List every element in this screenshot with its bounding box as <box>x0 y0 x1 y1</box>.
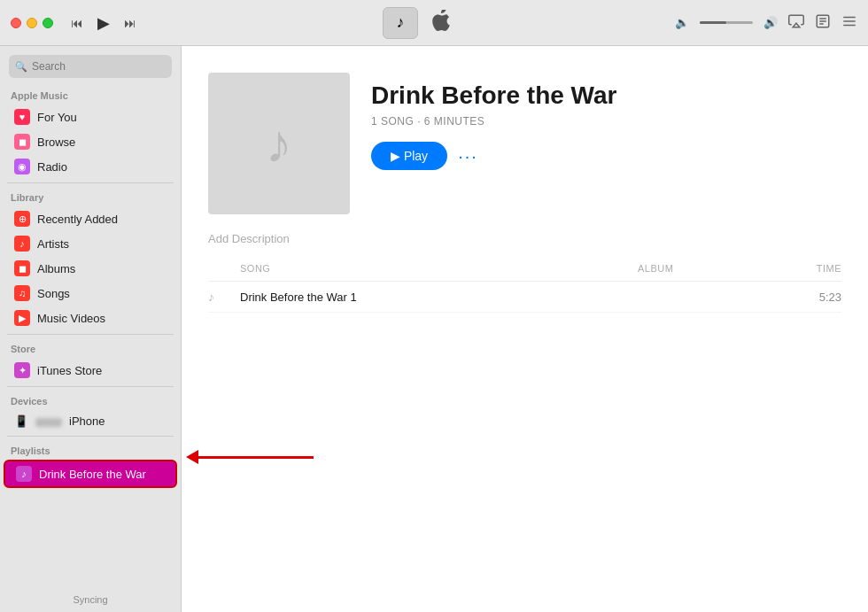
device-blur <box>35 414 62 428</box>
browse-icon: ◼ <box>14 134 30 150</box>
add-description[interactable]: Add Description <box>182 232 868 260</box>
song-name: Drink Before the War 1 <box>240 291 638 304</box>
playlist-meta: 1 SONG · 6 MINUTES <box>371 115 616 128</box>
sync-status: Syncing <box>0 587 181 612</box>
song-time: 5:23 <box>771 291 841 304</box>
traffic-lights <box>11 18 53 28</box>
sidebar-item-artists[interactable]: ♪ Artists <box>4 231 177 256</box>
section-devices: Devices <box>0 391 181 410</box>
sidebar-item-for-you[interactable]: ♥ For You <box>4 105 177 129</box>
album-art-note-icon: ♪ <box>266 113 292 174</box>
search-wrapper <box>9 55 172 78</box>
volume-low-icon: 🔈 <box>675 16 689 29</box>
sidebar-item-recently-added[interactable]: ⊕ Recently Added <box>4 206 177 231</box>
section-apple-music: Apple Music <box>0 85 181 105</box>
divider-3 <box>7 386 174 387</box>
volume-slider[interactable] <box>700 21 753 24</box>
song-table-header: SONG ALBUM TIME <box>208 260 841 282</box>
queue-button[interactable] <box>841 13 857 32</box>
sidebar-item-iphone[interactable]: 📱 iPhone <box>4 410 177 432</box>
section-library: Library <box>0 187 181 206</box>
svg-marker-0 <box>793 23 800 27</box>
col-song: SONG <box>240 263 638 274</box>
song-table: SONG ALBUM TIME ♪ Drink Before the War 1… <box>182 260 868 313</box>
songs-label: Songs <box>37 287 70 300</box>
divider-2 <box>7 334 174 335</box>
sidebar-item-browse[interactable]: ◼ Browse <box>4 129 177 154</box>
col-num <box>208 263 240 274</box>
section-playlists: Playlists <box>0 440 181 460</box>
recently-added-icon: ⊕ <box>14 211 30 227</box>
for-you-icon: ♥ <box>14 109 30 125</box>
more-options-button[interactable]: ··· <box>458 146 478 167</box>
close-button[interactable] <box>11 18 21 28</box>
maximize-button[interactable] <box>43 18 53 28</box>
artists-icon: ♪ <box>14 236 30 252</box>
search-bar <box>0 46 181 85</box>
radio-label: Radio <box>37 160 67 174</box>
rewind-button[interactable]: ⏮ <box>67 12 87 34</box>
playlist-drink-label: Drink Before the War <box>39 468 146 481</box>
for-you-label: For You <box>37 111 77 124</box>
minimize-button[interactable] <box>27 18 37 28</box>
divider-1 <box>7 182 174 183</box>
playlist-actions: ▶ Play ··· <box>371 142 616 170</box>
iphone-label: iPhone <box>69 414 105 428</box>
volume-fill <box>700 21 726 24</box>
itunes-store-icon: ✦ <box>14 362 30 378</box>
col-album: ALBUM <box>638 263 771 274</box>
fast-forward-button[interactable]: ⏭ <box>120 12 140 34</box>
sidebar-item-albums[interactable]: ◼ Albums <box>4 256 177 281</box>
browse-label: Browse <box>37 136 75 149</box>
radio-icon: ◉ <box>14 159 30 174</box>
playlist-icon: ♪ <box>16 466 32 482</box>
albums-label: Albums <box>37 262 75 275</box>
iphone-icon: 📱 <box>14 414 28 428</box>
music-videos-icon: ▶ <box>14 310 30 326</box>
sidebar-item-music-videos[interactable]: ▶ Music Videos <box>4 306 177 330</box>
play-playlist-button[interactable]: ▶ Play <box>371 142 447 170</box>
transport-controls: ⏮ ▶ ⏭ <box>67 10 140 36</box>
sidebar-item-radio[interactable]: ◉ Radio <box>4 154 177 179</box>
play-button[interactable]: ▶ <box>94 10 113 36</box>
title-bar: ⏮ ▶ ⏭ ♪ 🔈 🔊 <box>0 0 868 46</box>
airplay-button[interactable] <box>788 13 804 32</box>
sidebar-item-itunes-store[interactable]: ✦ iTunes Store <box>4 358 177 383</box>
playlist-title: Drink Before the War <box>371 81 616 110</box>
apple-logo-button[interactable] <box>432 10 450 35</box>
itunes-store-label: iTunes Store <box>37 364 102 377</box>
music-note-icon: ♪ <box>397 13 405 32</box>
col-time: TIME <box>771 263 841 274</box>
search-input[interactable] <box>9 55 172 78</box>
music-tab-button[interactable]: ♪ <box>383 7 418 39</box>
content-area: ♪ Drink Before the War 1 SONG · 6 MINUTE… <box>182 46 868 612</box>
right-controls: 🔈 🔊 <box>675 13 857 32</box>
sidebar-item-playlist-drink[interactable]: ♪ Drink Before the War <box>4 460 177 488</box>
song-num-icon: ♪ <box>208 289 240 305</box>
songs-icon: ♫ <box>14 285 30 301</box>
artists-label: Artists <box>37 237 69 251</box>
sidebar: Apple Music ♥ For You ◼ Browse ◉ Radio L… <box>0 46 182 612</box>
center-controls: ♪ <box>158 7 675 39</box>
albums-icon: ◼ <box>14 260 30 276</box>
divider-4 <box>7 436 174 437</box>
playlist-info: Drink Before the War 1 SONG · 6 MINUTES … <box>371 73 616 170</box>
music-videos-label: Music Videos <box>37 312 105 325</box>
recently-added-label: Recently Added <box>37 213 118 226</box>
lyrics-button[interactable] <box>815 13 831 32</box>
section-store: Store <box>0 338 181 358</box>
main-layout: Apple Music ♥ For You ◼ Browse ◉ Radio L… <box>0 46 868 612</box>
sidebar-item-songs[interactable]: ♫ Songs <box>4 281 177 306</box>
playlist-header: ♪ Drink Before the War 1 SONG · 6 MINUTE… <box>182 46 868 232</box>
volume-high-icon: 🔊 <box>763 16 778 29</box>
album-art: ♪ <box>208 73 350 214</box>
table-row[interactable]: ♪ Drink Before the War 1 5:23 <box>208 282 841 313</box>
